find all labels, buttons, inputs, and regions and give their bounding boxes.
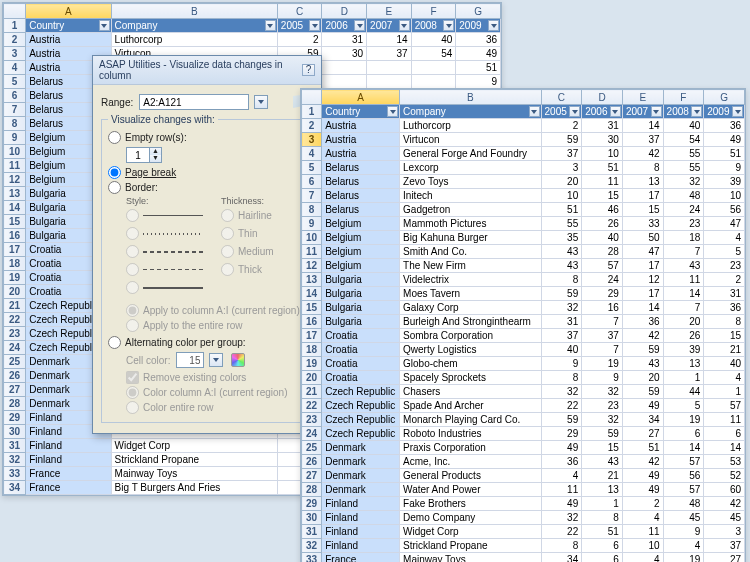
cell[interactable]: 40 <box>663 119 704 133</box>
cell[interactable]: 27 <box>622 427 663 441</box>
row-header-1[interactable]: 1 <box>4 19 26 33</box>
row-header-33[interactable]: 33 <box>4 467 26 481</box>
cell[interactable]: Finland <box>322 539 400 553</box>
filter-header-2007[interactable]: 2007 <box>622 105 663 119</box>
cell[interactable]: 10 <box>541 189 582 203</box>
cell[interactable]: 43 <box>541 245 582 259</box>
row-header-22[interactable]: 22 <box>4 313 26 327</box>
cell[interactable]: Mainway Toys <box>400 553 542 563</box>
cell[interactable]: Denmark <box>322 441 400 455</box>
cell[interactable]: Spade And Archer <box>400 399 542 413</box>
cell[interactable]: 4 <box>622 511 663 525</box>
filter-header-2007[interactable]: 2007 <box>367 19 412 33</box>
cell[interactable] <box>367 75 412 89</box>
thick-thick[interactable]: Thick <box>221 263 274 276</box>
filter-dropdown-icon[interactable] <box>265 20 276 31</box>
filter-header-country[interactable]: Country <box>26 19 111 33</box>
row-header-33[interactable]: 33 <box>302 553 322 563</box>
row-header-12[interactable]: 12 <box>4 173 26 187</box>
row-header-26[interactable]: 26 <box>302 455 322 469</box>
cell[interactable]: Spacely Sprockets <box>400 371 542 385</box>
cell[interactable] <box>367 61 412 75</box>
cell[interactable]: 7 <box>663 301 704 315</box>
col-header-B[interactable]: B <box>400 90 542 105</box>
cell[interactable]: 1 <box>704 385 745 399</box>
cell[interactable]: 59 <box>622 385 663 399</box>
row-header-14[interactable]: 14 <box>302 287 322 301</box>
cell[interactable]: Big T Burgers And Fries <box>111 481 277 495</box>
col-header-B[interactable]: B <box>111 4 277 19</box>
cell[interactable]: 8 <box>704 315 745 329</box>
cell[interactable]: 9 <box>456 75 501 89</box>
row-header-31[interactable]: 31 <box>4 439 26 453</box>
filter-dropdown-icon[interactable] <box>387 106 398 117</box>
row-header-9[interactable]: 9 <box>4 131 26 145</box>
cell[interactable]: 37 <box>541 147 582 161</box>
cell[interactable]: Widget Corp <box>111 439 277 453</box>
cell[interactable]: 52 <box>704 469 745 483</box>
cell[interactable]: 51 <box>582 161 623 175</box>
cell[interactable]: 32 <box>541 511 582 525</box>
filter-dropdown-icon[interactable] <box>610 106 621 117</box>
cell[interactable]: 57 <box>582 259 623 273</box>
cell[interactable]: 17 <box>622 189 663 203</box>
row-header-9[interactable]: 9 <box>302 217 322 231</box>
cell[interactable]: 47 <box>704 217 745 231</box>
dialog-titlebar[interactable]: ASAP Utilities - Visualize data changes … <box>93 56 321 85</box>
cell[interactable]: Zevo Toys <box>400 175 542 189</box>
col-header-F[interactable]: F <box>663 90 704 105</box>
cell[interactable]: 14 <box>367 33 412 47</box>
row-header-24[interactable]: 24 <box>4 341 26 355</box>
cell[interactable]: Gadgetron <box>400 203 542 217</box>
cell[interactable]: 21 <box>704 343 745 357</box>
row-header-23[interactable]: 23 <box>302 413 322 427</box>
cell[interactable]: 11 <box>622 525 663 539</box>
cell[interactable]: 9 <box>663 525 704 539</box>
cell[interactable]: 45 <box>663 511 704 525</box>
cell[interactable]: 7 <box>582 315 623 329</box>
filter-header-company[interactable]: Company <box>111 19 277 33</box>
cell[interactable]: 34 <box>541 553 582 563</box>
cell[interactable]: 59 <box>622 343 663 357</box>
cell[interactable]: Belarus <box>322 175 400 189</box>
cell[interactable]: 6 <box>663 427 704 441</box>
cell[interactable]: 26 <box>582 217 623 231</box>
cell[interactable]: 32 <box>582 413 623 427</box>
cell[interactable]: 37 <box>582 329 623 343</box>
cell[interactable]: 51 <box>582 525 623 539</box>
col-header-A[interactable]: A <box>322 90 400 105</box>
cell[interactable]: 15 <box>582 441 623 455</box>
cell[interactable]: 19 <box>663 413 704 427</box>
filter-dropdown-icon[interactable] <box>651 106 662 117</box>
color-column[interactable]: Color column A:I (current region) <box>126 386 306 399</box>
cell[interactable]: 26 <box>663 329 704 343</box>
row-header-4[interactable]: 4 <box>4 61 26 75</box>
row-header-21[interactable]: 21 <box>4 299 26 313</box>
cell[interactable]: Finland <box>322 511 400 525</box>
cell[interactable]: Widget Corp <box>400 525 542 539</box>
cell[interactable]: 31 <box>322 33 367 47</box>
cell[interactable]: Globo-chem <box>400 357 542 371</box>
cell[interactable]: Belarus <box>322 203 400 217</box>
cell[interactable]: 53 <box>704 455 745 469</box>
cell[interactable]: Bulgaria <box>322 301 400 315</box>
row-header-10[interactable]: 10 <box>302 231 322 245</box>
row-header-17[interactable]: 17 <box>4 243 26 257</box>
filter-header-2005[interactable]: 2005 <box>541 105 582 119</box>
row-header-10[interactable]: 10 <box>4 145 26 159</box>
apply-to-column[interactable]: Apply to column A:I (current region) <box>126 304 306 317</box>
cell[interactable]: 10 <box>704 189 745 203</box>
style-opt-1[interactable] <box>126 209 203 222</box>
cell[interactable]: 60 <box>704 483 745 497</box>
cell[interactable]: 3 <box>704 525 745 539</box>
style-opt-4[interactable] <box>126 263 203 276</box>
filter-dropdown-icon[interactable] <box>443 20 454 31</box>
cell[interactable]: 57 <box>704 399 745 413</box>
cell[interactable]: Austria <box>26 33 111 47</box>
cell[interactable]: 51 <box>456 61 501 75</box>
cell[interactable]: 51 <box>704 147 745 161</box>
cell[interactable]: 8 <box>622 161 663 175</box>
row-header-3[interactable]: 3 <box>302 133 322 147</box>
cell[interactable]: Moes Tavern <box>400 287 542 301</box>
row-header-20[interactable]: 20 <box>302 371 322 385</box>
